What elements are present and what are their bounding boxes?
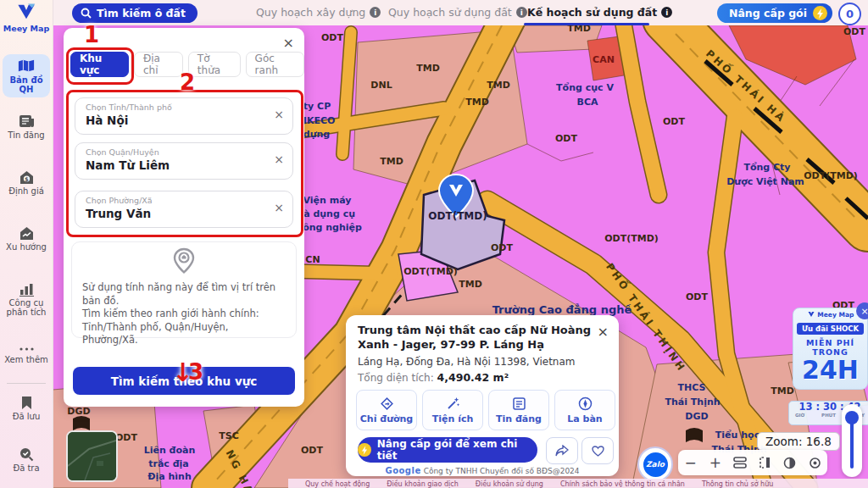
compass-button[interactable]: La bàn (554, 390, 615, 430)
promo-line2: 24H (793, 358, 867, 383)
map-zone-label: TSC (219, 430, 239, 441)
map-zone-label: ODT (555, 133, 577, 144)
map-zone-label: ODT (843, 26, 865, 37)
ward-field[interactable]: Chọn Phường/Xã Trung Văn × (75, 191, 293, 228)
tab-to-thua[interactable]: Tờ thửa (188, 52, 241, 77)
map-zone-label: Địa hình (147, 471, 192, 482)
slider-knob[interactable] (845, 411, 859, 424)
magic-wand-icon (446, 396, 460, 411)
top-bar: Tìm kiếm ô đất Quy hoạch xây dựng i Quy … (0, 0, 868, 25)
zalo-button[interactable]: Zalo (637, 446, 673, 482)
panel-close-button[interactable]: × (283, 35, 294, 51)
notification-badge[interactable]: 0 (838, 3, 861, 25)
map-zone-label: ODT(TMD) (804, 170, 858, 181)
sidebar-item-xem-them[interactable]: Xem thêm (3, 341, 50, 368)
search-plot-button[interactable]: Tìm kiếm ô đất (72, 3, 198, 23)
map-zone-label: ODT (491, 242, 513, 253)
favorite-button[interactable] (581, 437, 614, 464)
nav-ke-hoach-su-dung-dat[interactable]: Kế hoạch sử dụng đất i (527, 6, 672, 19)
svg-text:$: $ (25, 176, 29, 183)
zoom-level-label: Zoom: 16.8 (757, 432, 840, 451)
zoom-out-button[interactable]: − (682, 453, 700, 472)
listings-button[interactable]: Tin đăng (488, 390, 549, 430)
map-zone-label: TMD (459, 279, 482, 290)
sidebar-item-xu-huong[interactable]: Xu hướng (3, 222, 50, 255)
active-nav-underline (524, 23, 649, 25)
app-logo[interactable]: Meey Map (0, 3, 53, 33)
clear-icon[interactable]: × (274, 152, 284, 166)
meeymap-logo-icon (807, 311, 815, 318)
sidebar-item-ban-do-qh[interactable]: Bản đồ QH (3, 54, 50, 97)
utilities-button[interactable]: Tiện ích (422, 390, 483, 430)
meeymap-logo-icon (15, 3, 37, 21)
map-zone-label: DNL (370, 80, 392, 91)
map-toolbar: − + (678, 450, 827, 475)
nav-quy-hoach-su-dung-dat[interactable]: Quy hoạch sử dụng đất i (388, 6, 527, 19)
map-zone-label: Thái Thịnh (665, 396, 720, 408)
satellite-thumbnail[interactable] (66, 430, 118, 482)
directions-button[interactable]: Chỉ đường (356, 390, 417, 430)
annotation-box-step1 (66, 47, 134, 85)
footer-link[interactable]: Điều khoản giao dịch (387, 479, 458, 488)
app-logo-text: Meey Map (0, 24, 53, 33)
listing-card-icon (512, 396, 526, 411)
sidebar-item-cong-cu-phan-tich[interactable]: Công cụ phân tích (3, 278, 50, 320)
promo-banner[interactable]: Meey Map Ưu đãi SHOCK MIỄN PHÍ TRONG 24H… (793, 308, 868, 390)
popup-close-button[interactable]: × (598, 324, 609, 340)
annotation-step3: 3 (188, 359, 203, 385)
footer-link[interactable]: Chính sách bảo vệ thông tin cá nhân (560, 479, 685, 488)
province-field[interactable]: Chọn Tỉnh/Thành phố Hà Nội × (75, 97, 293, 135)
google-logo: Google (385, 466, 420, 475)
map-zone-label: CAN (593, 54, 615, 65)
info-icon[interactable]: i (516, 7, 527, 18)
footer-link[interactable]: Quy chế hoạt động (305, 479, 370, 488)
tab-goc-ranh[interactable]: Góc ranh (246, 52, 304, 77)
promo-line1: MIỄN PHÍ TRONG (793, 338, 867, 357)
share-button[interactable] (546, 437, 578, 464)
zoom-in-button[interactable]: + (706, 453, 725, 472)
locate-button[interactable] (805, 453, 824, 472)
sidebar-item-da-luu[interactable]: Đã lưu (3, 391, 50, 424)
clear-icon[interactable]: × (274, 201, 284, 214)
upgrade-package-button[interactable]: Nâng cấp gói (717, 3, 832, 23)
parcel-info-popup: Trung tâm Nội thất cao cấp Nữ Hoàng Xanh… (346, 315, 619, 476)
map-zone-label: THCS (678, 382, 706, 393)
map-zone-label: ODT(TMD) (403, 266, 458, 277)
split-view-button[interactable] (756, 453, 775, 472)
map-zone-label: TMD (416, 63, 440, 74)
sidebar-item-tin-dang[interactable]: Tin đăng (3, 110, 50, 143)
map-zone-label: ODT (115, 432, 137, 443)
sidebar-divider (7, 383, 46, 384)
contrast-button[interactable] (781, 453, 799, 472)
clear-icon[interactable]: × (274, 108, 284, 121)
map-zone-label: TMD (465, 97, 489, 108)
map-zone-label: Tổng cục V (556, 82, 614, 93)
compass-icon (578, 396, 593, 411)
house-dollar-icon: $ (19, 170, 35, 185)
map-zone-label: TMD (487, 80, 510, 91)
tab-dia-chi[interactable]: Địa chỉ (134, 52, 183, 77)
layers-button[interactable] (731, 453, 749, 472)
promo-close-button[interactable]: × (856, 302, 868, 319)
hint-line1: Sử dụng tính năng này để tìm vị trí trên… (82, 281, 275, 307)
location-pin-icon (72, 247, 296, 278)
sidebar-item-da-tra[interactable]: Đã tra (3, 442, 50, 476)
nav-quy-hoach-xay-dung[interactable]: Quy hoạch xây dựng i (256, 6, 381, 19)
popup-title: Trung tâm Nội thất cao cấp Nữ Hoàng Xanh… (358, 324, 593, 352)
street-view-slider[interactable] (842, 404, 862, 477)
footer-link[interactable]: Điều khoản sử dụng (476, 479, 543, 488)
sidebar-item-dinh-gia[interactable]: $ Định giá (3, 166, 50, 199)
map-zone-label: ODT(TMD) (604, 233, 659, 244)
info-icon[interactable]: i (370, 7, 381, 18)
map-zone-label: và dụng cụ (298, 208, 355, 219)
upgrade-to-view-button[interactable]: Nâng cấp gói để xem chi tiết (358, 437, 537, 463)
annotation-step2: 2 (180, 69, 195, 95)
sidebar: Meey Map Bản đồ QH Tin đăng $ Định giá (0, 0, 53, 488)
map-credit: Google Công ty TNHH Chuyển đổi số BĐS@20… (346, 466, 619, 475)
map-zone-label: ODT (321, 32, 343, 43)
map-zone-label: TMD (380, 156, 403, 167)
district-field[interactable]: Chọn Quận/Huyện Nam Từ Liêm × (75, 142, 293, 180)
map-zone-label: Trường Cao đẳng nghề (492, 303, 632, 316)
info-icon[interactable]: i (661, 7, 672, 18)
footer-link[interactable]: Thông tin chủ sở hữu (702, 479, 773, 488)
